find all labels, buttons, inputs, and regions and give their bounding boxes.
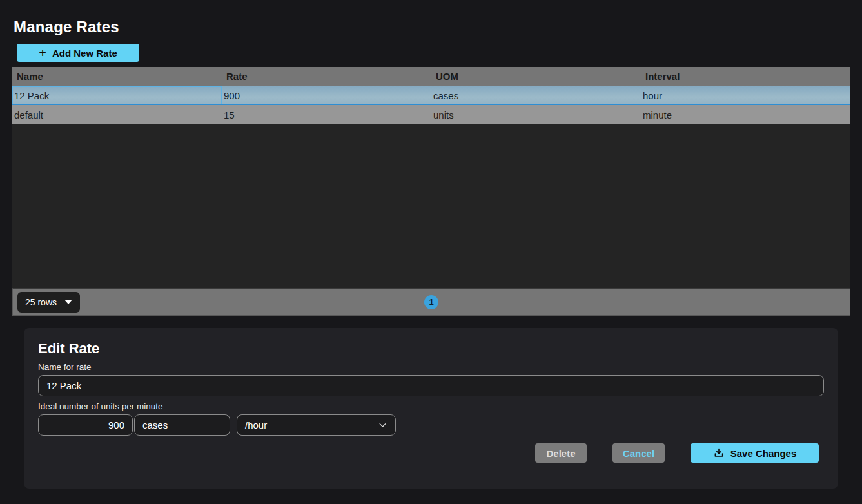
cell-rate[interactable]: 900	[222, 86, 431, 104]
cell-interval[interactable]: minute	[641, 105, 850, 124]
cancel-button[interactable]: Cancel	[612, 443, 665, 463]
edit-rate-title: Edit Rate	[38, 340, 824, 357]
rows-per-page-value: 25 rows	[25, 297, 57, 307]
manage-rates-page: Manage Rates + Add New Rate Name Rate UO…	[0, 0, 862, 504]
cell-name[interactable]: 12 Pack	[12, 86, 222, 104]
rate-fields-row: /hour	[38, 414, 824, 436]
table-empty-area	[12, 124, 850, 288]
page-title: Manage Rates	[14, 18, 119, 36]
chevron-down-icon	[378, 420, 387, 430]
column-header-name[interactable]: Name	[12, 67, 222, 86]
pagination-page-1[interactable]: 1	[424, 295, 438, 309]
interval-select[interactable]: /hour	[237, 414, 396, 436]
edit-rate-panel: Edit Rate Name for rate Ideal number of …	[24, 328, 838, 489]
column-header-rate[interactable]: Rate	[222, 67, 431, 86]
save-changes-label: Save Changes	[730, 448, 797, 459]
uom-input[interactable]	[134, 414, 230, 436]
rate-value-input[interactable]	[38, 414, 133, 436]
rows-per-page-select[interactable]: 25 rows	[17, 292, 80, 313]
caret-down-icon	[64, 300, 72, 304]
column-header-interval[interactable]: Interval	[641, 67, 850, 86]
rates-table: Name Rate UOM Interval 12 Pack 900 cases…	[12, 67, 850, 316]
cell-name[interactable]: default	[12, 105, 222, 124]
save-changes-button[interactable]: Save Changes	[691, 443, 819, 463]
add-new-rate-label: Add New Rate	[52, 48, 117, 59]
name-for-rate-label: Name for rate	[38, 362, 824, 372]
table-row[interactable]: default 15 units minute	[12, 105, 850, 124]
table-header-row: Name Rate UOM Interval	[12, 67, 850, 86]
rate-name-input[interactable]	[38, 375, 824, 396]
cell-uom[interactable]: units	[431, 105, 641, 124]
save-download-icon	[713, 447, 725, 459]
delete-button[interactable]: Delete	[535, 443, 587, 463]
ideal-units-label: Ideal number of units per minute	[38, 402, 824, 411]
column-header-uom[interactable]: UOM	[431, 67, 641, 86]
interval-select-value: /hour	[245, 420, 267, 431]
cell-uom[interactable]: cases	[431, 86, 641, 104]
table-footer: 25 rows 1	[12, 288, 850, 316]
plus-icon: +	[39, 46, 46, 59]
cell-interval[interactable]: hour	[641, 86, 850, 104]
table-row-selected[interactable]: 12 Pack 900 cases hour	[12, 86, 850, 105]
cell-rate[interactable]: 15	[222, 105, 431, 124]
add-new-rate-button[interactable]: + Add New Rate	[17, 44, 139, 62]
edit-panel-actions: Delete Cancel Save Changes	[38, 443, 819, 463]
